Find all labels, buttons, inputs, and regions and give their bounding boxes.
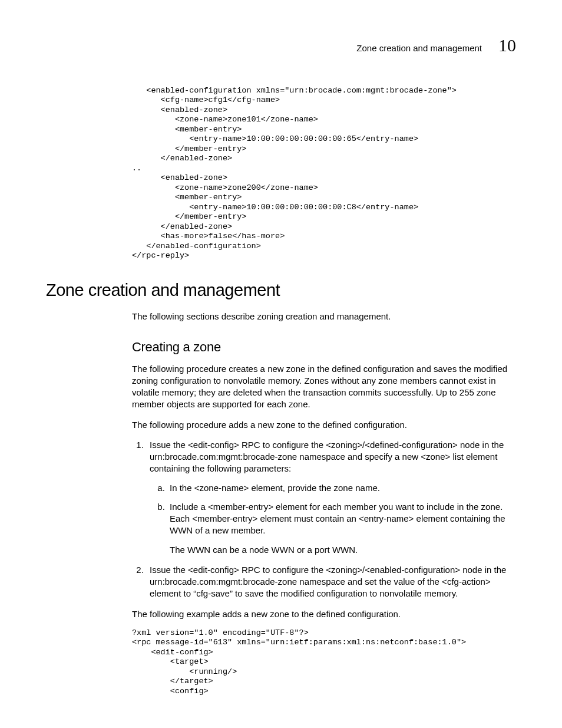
procedure-list: Issue the <edit-config> RPC to configure… [132,439,516,600]
substep-text: Include a <member-entry> element for eac… [170,502,505,536]
substep-text: In the <zone-name> element, provide the … [170,483,380,493]
subsection-heading: Creating a zone [132,340,516,355]
section-body: The following sections describe zoning c… [132,311,516,620]
code-block-rpc-reply: <enabled-configuration xmlns="urn:brocad… [132,86,516,261]
intro-paragraph: The following sections describe zoning c… [132,311,516,322]
substep-a: In the <zone-name> element, provide the … [167,482,516,494]
running-header: Zone creation and management 10 [46,35,516,55]
paragraph: The following procedure adds a new zone … [132,419,516,431]
step-text: Issue the <edit-config> RPC to configure… [150,565,506,599]
paragraph: The following example adds a new zone to… [132,608,516,620]
paragraph: The following procedure creates a new zo… [132,363,516,411]
substep-list: In the <zone-name> element, provide the … [150,482,516,556]
running-header-title: Zone creation and management [356,43,482,53]
chapter-number: 10 [498,35,516,55]
substep-note: The WWN can be a node WWN or a port WWN. [170,544,516,556]
step-1: Issue the <edit-config> RPC to configure… [146,439,516,556]
substep-b: Include a <member-entry> element for eac… [167,501,516,556]
section-heading: Zone creation and management [46,281,516,300]
step-2: Issue the <edit-config> RPC to configure… [146,564,516,600]
page: Zone creation and management 10 <enabled… [0,0,562,728]
code-block-rpc-request: ?xml version="1.0" encoding="UTF-8"?> <r… [132,628,516,696]
step-text: Issue the <edit-config> RPC to configure… [150,440,504,474]
